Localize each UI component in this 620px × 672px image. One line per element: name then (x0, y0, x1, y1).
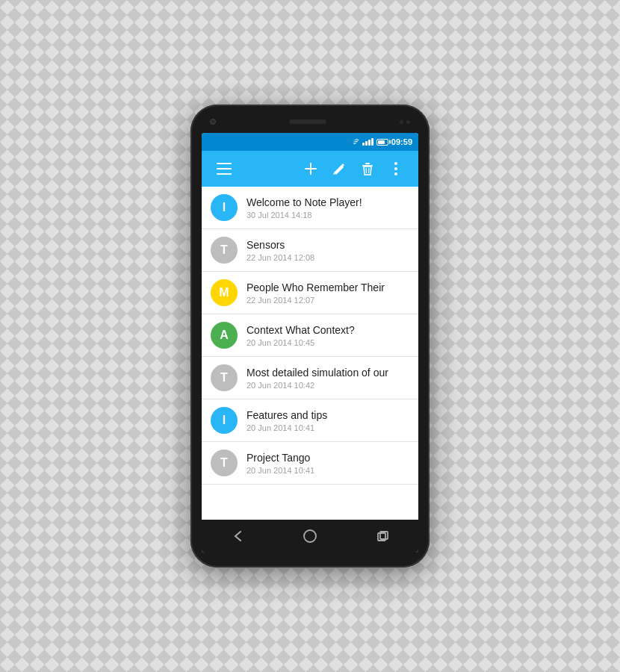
note-date: 22 Jun 2014 12:07 (247, 296, 409, 305)
signal-icon (362, 138, 373, 146)
note-avatar: I (211, 194, 238, 221)
status-bar: 09:59 (202, 133, 418, 151)
sensor-dot-2 (406, 120, 410, 124)
status-icons: 09:59 (349, 137, 412, 146)
note-title: Welcome to Note Player! (247, 196, 409, 209)
note-content: Features and tips20 Jun 2014 10:41 (247, 408, 409, 432)
note-date: 22 Jun 2014 12:08 (247, 253, 409, 262)
phone-device: 09:59 (190, 105, 430, 567)
note-title: Features and tips (247, 408, 409, 422)
note-title: Most detailed simulation of our (247, 366, 409, 379)
sensor-dot (400, 120, 403, 124)
note-list-item[interactable]: TMost detailed simulation of our20 Jun 2… (202, 357, 418, 399)
note-list-item[interactable]: TProject Tango20 Jun 2014 10:41 (202, 442, 418, 485)
svg-rect-6 (365, 163, 370, 164)
note-title: Sensors (247, 238, 409, 252)
note-content: Context What Context?20 Jun 2014 10:45 (247, 323, 409, 347)
navigation-bar (202, 520, 418, 553)
note-list: IWelcome to Note Player!30 Jul 2014 14:1… (202, 187, 418, 520)
phone-screen: 09:59 (202, 133, 418, 553)
svg-line-7 (366, 168, 367, 173)
battery-icon (376, 139, 388, 146)
svg-point-9 (394, 162, 397, 165)
back-button[interactable] (219, 523, 256, 550)
note-date: 20 Jun 2014 10:42 (247, 381, 409, 390)
note-avatar: T (211, 364, 238, 391)
svg-point-12 (304, 530, 316, 542)
sensor-area (400, 120, 410, 124)
note-avatar: A (211, 322, 238, 349)
note-date: 20 Jun 2014 10:41 (247, 423, 409, 432)
toolbar-actions (297, 155, 409, 182)
svg-rect-4 (305, 168, 317, 169)
note-avatar: M (211, 279, 238, 306)
note-content: People Who Remember Their22 Jun 2014 12:… (247, 281, 409, 305)
note-avatar: I (211, 407, 238, 434)
svg-rect-2 (217, 173, 232, 175)
wifi-icon (349, 138, 359, 146)
note-list-item[interactable]: MPeople Who Remember Their22 Jun 2014 12… (202, 272, 418, 314)
toolbar (202, 151, 418, 187)
delete-button[interactable] (354, 155, 381, 182)
note-avatar: T (211, 449, 238, 476)
menu-button[interactable] (211, 155, 238, 182)
more-options-button[interactable] (382, 155, 409, 182)
camera-dot (210, 119, 216, 125)
note-content: Most detailed simulation of our20 Jun 20… (247, 366, 409, 390)
note-date: 20 Jun 2014 10:41 (247, 466, 409, 475)
note-date: 30 Jul 2014 14:18 (247, 211, 409, 220)
add-button[interactable] (297, 155, 324, 182)
note-list-item[interactable]: TSensors22 Jun 2014 12:08 (202, 229, 418, 272)
status-time: 09:59 (391, 137, 412, 146)
speaker-grille (289, 119, 326, 124)
note-avatar: T (211, 237, 238, 264)
note-list-item[interactable]: IWelcome to Note Player!30 Jul 2014 14:1… (202, 187, 418, 229)
note-content: Welcome to Note Player!30 Jul 2014 14:18 (247, 196, 409, 220)
note-content: Project Tango20 Jun 2014 10:41 (247, 451, 409, 475)
note-title: People Who Remember Their (247, 281, 409, 294)
svg-rect-0 (217, 163, 232, 164)
phone-top-bar (196, 112, 424, 133)
note-date: 20 Jun 2014 10:45 (247, 338, 409, 347)
note-content: Sensors22 Jun 2014 12:08 (247, 238, 409, 262)
svg-rect-1 (217, 168, 232, 169)
edit-button[interactable] (326, 155, 353, 182)
note-list-item[interactable]: AContext What Context?20 Jun 2014 10:45 (202, 314, 418, 357)
svg-point-11 (394, 172, 397, 175)
home-button[interactable] (291, 523, 329, 550)
svg-line-8 (369, 168, 370, 173)
note-title: Project Tango (247, 451, 409, 464)
note-title: Context What Context? (247, 323, 409, 337)
svg-point-10 (394, 167, 397, 170)
recents-button[interactable] (364, 523, 401, 550)
note-list-item[interactable]: IFeatures and tips20 Jun 2014 10:41 (202, 399, 418, 442)
